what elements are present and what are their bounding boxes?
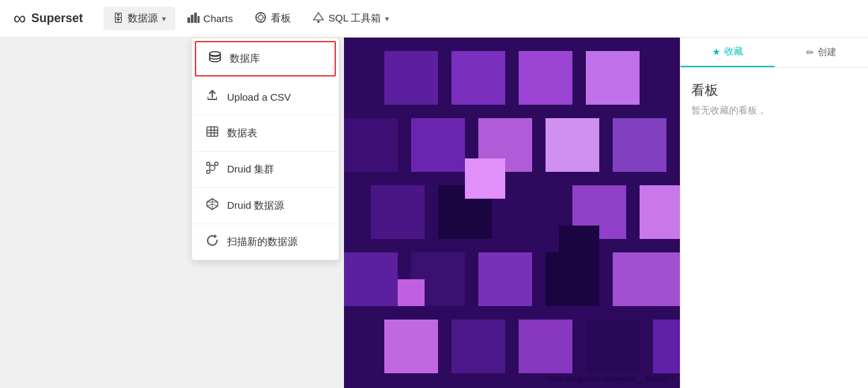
panel-title: 看板 <box>691 81 857 99</box>
svg-line-57 <box>210 170 211 171</box>
navbar: ∞ Superset 🗄 数据源 ▾ Charts <box>0 0 868 38</box>
panel-tabs: ★ 收藏 ✏ 创建 <box>681 38 868 68</box>
nav-item-charts-label: Charts <box>204 13 233 24</box>
pencil-icon: ✏ <box>806 47 814 58</box>
svg-line-55 <box>210 166 211 166</box>
right-panel: ★ 收藏 ✏ 创建 看板 暂无收藏的看板， <box>680 38 868 388</box>
svg-rect-13 <box>384 51 438 105</box>
nav-item-sql-label: SQL 工具箱 <box>329 12 382 25</box>
svg-point-40 <box>210 52 220 56</box>
svg-rect-14 <box>451 51 505 105</box>
refresh-icon <box>206 234 219 250</box>
mosaic-visualization <box>344 38 680 388</box>
dropdown-item-upload-csv[interactable]: Upload a CSV <box>192 79 339 115</box>
svg-marker-63 <box>214 234 217 238</box>
panel-content: 看板 暂无收藏的看板， <box>681 68 868 130</box>
dropdown-item-druid-datasource-label: Druid 数据源 <box>227 199 284 212</box>
dropdown-item-database[interactable]: 数据库 <box>195 41 336 77</box>
panel-subtitle: 暂无收藏的看板， <box>691 105 857 117</box>
table-icon <box>206 125 219 142</box>
svg-rect-20 <box>546 118 599 172</box>
svg-point-53 <box>215 162 218 166</box>
svg-rect-37 <box>465 158 505 199</box>
svg-rect-39 <box>398 279 425 306</box>
svg-rect-21 <box>613 118 666 172</box>
dashboard-nav-icon <box>255 12 267 26</box>
tab-create-label: 创建 <box>818 46 836 58</box>
nav-item-sql[interactable]: SQL 工具箱 ▾ <box>303 6 399 32</box>
svg-rect-1 <box>191 15 193 23</box>
svg-rect-26 <box>640 185 680 239</box>
upload-icon <box>206 89 219 105</box>
nav-item-datasource[interactable]: 🗄 数据源 ▾ <box>103 7 175 30</box>
svg-rect-24 <box>505 185 559 239</box>
svg-rect-46 <box>207 127 218 136</box>
svg-rect-3 <box>198 16 200 23</box>
svg-rect-0 <box>187 17 190 23</box>
nav-items: 🗄 数据源 ▾ Charts <box>103 6 399 32</box>
dropdown-item-druid-cluster-label: Druid 集群 <box>227 163 274 176</box>
datasource-dropdown: 数据库 Upload a CSV 数据表 <box>191 38 339 260</box>
svg-point-5 <box>258 15 263 19</box>
image-area: https://blog.csdn.net/weixin_...9002413 <box>0 38 680 388</box>
svg-marker-10 <box>314 12 323 19</box>
svg-rect-45 <box>216 97 217 100</box>
svg-rect-29 <box>478 252 532 306</box>
svg-point-52 <box>207 162 210 166</box>
svg-rect-33 <box>451 320 505 373</box>
svg-line-61 <box>207 204 212 206</box>
nav-item-charts[interactable]: Charts <box>178 7 243 31</box>
svg-rect-43 <box>208 99 217 100</box>
svg-rect-35 <box>586 320 640 373</box>
svg-rect-22 <box>371 185 425 239</box>
sql-nav-icon <box>312 11 324 26</box>
dropdown-item-database-label: 数据库 <box>230 52 260 65</box>
svg-rect-44 <box>208 97 208 100</box>
svg-rect-38 <box>559 226 599 266</box>
dropdown-item-scan[interactable]: 扫描新的数据源 <box>192 224 339 260</box>
tab-favorites-label: 收藏 <box>724 46 743 58</box>
svg-rect-16 <box>586 51 640 105</box>
svg-rect-17 <box>344 118 398 172</box>
svg-line-62 <box>212 204 218 206</box>
watermark: https://blog.csdn.net/weixin_...9002413 <box>547 375 675 383</box>
dropdown-item-druid-cluster[interactable]: Druid 集群 <box>192 152 339 188</box>
dropdown-item-datatable[interactable]: 数据表 <box>192 115 339 152</box>
svg-point-11 <box>317 20 320 23</box>
main-content: https://blog.csdn.net/weixin_...9002413 … <box>0 38 868 388</box>
tab-favorites[interactable]: ★ 收藏 <box>681 38 775 67</box>
database-icon <box>208 50 222 67</box>
charts-nav-icon <box>187 12 200 26</box>
cube-icon <box>206 197 219 214</box>
svg-rect-18 <box>411 118 465 172</box>
dropdown-item-upload-csv-label: Upload a CSV <box>227 91 291 103</box>
dropdown-item-druid-datasource[interactable]: Druid 数据源 <box>192 188 339 224</box>
app-name: Superset <box>32 11 83 26</box>
logo-icon: ∞ <box>13 8 26 29</box>
sql-dropdown-arrow: ▾ <box>385 14 389 23</box>
svg-rect-36 <box>653 320 680 373</box>
datasource-dropdown-arrow: ▾ <box>162 14 166 23</box>
nav-item-dashboard[interactable]: 看板 <box>245 7 300 31</box>
tab-create[interactable]: ✏ 创建 <box>775 38 869 67</box>
svg-rect-15 <box>519 51 572 105</box>
dropdown-item-datatable-label: 数据表 <box>227 127 257 140</box>
svg-rect-32 <box>384 320 438 373</box>
svg-rect-27 <box>344 252 398 306</box>
svg-rect-31 <box>613 252 680 306</box>
nav-item-dashboard-label: 看板 <box>271 12 291 25</box>
star-icon: ★ <box>712 46 721 57</box>
logo-area: ∞ Superset <box>13 8 83 29</box>
nav-item-datasource-label: 数据源 <box>128 12 158 25</box>
druid-cluster-icon <box>206 161 219 178</box>
svg-point-54 <box>207 171 210 174</box>
svg-rect-2 <box>194 13 197 23</box>
svg-rect-34 <box>519 320 572 373</box>
svg-line-56 <box>214 166 215 166</box>
dropdown-item-scan-label: 扫描新的数据源 <box>227 236 298 248</box>
database-nav-icon: 🗄 <box>113 13 124 25</box>
